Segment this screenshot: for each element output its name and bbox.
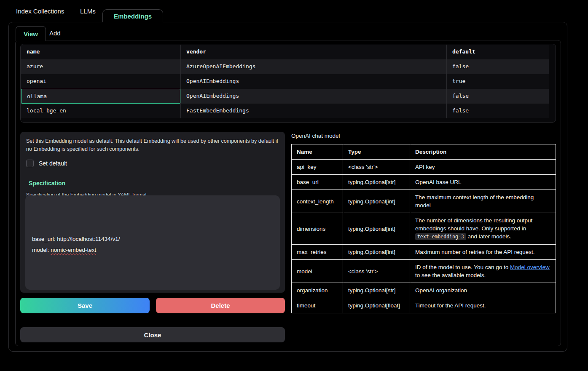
embeddings-table: namevendordefaultazureAzureOpenAIEmbeddi… (20, 44, 556, 123)
table-cell[interactable]: ollama (21, 89, 180, 104)
param-name-cell: base_url (292, 175, 343, 190)
table-cell[interactable]: OpenAIEmbeddings (180, 89, 446, 104)
param-type-cell: typing.Optional[float] (343, 298, 410, 313)
details-column-header: Type (343, 144, 410, 160)
set-default-checkbox-row[interactable]: Set default (26, 160, 285, 167)
resize-handle-icon[interactable] (274, 284, 278, 288)
details-header-row: NameTypeDescription (292, 144, 556, 160)
details-row: base_urltyping.Optional[str]OpenAI base … (292, 175, 556, 190)
param-type-cell: typing.Optional[str] (343, 175, 410, 190)
close-button[interactable]: Close (20, 327, 285, 342)
table-cell[interactable]: local-bge-en (21, 104, 180, 118)
details-row: dimensionstyping.Optional[int]The number… (292, 213, 556, 245)
param-name-cell: model (292, 260, 343, 283)
save-button[interactable]: Save (20, 298, 150, 313)
set-default-checkbox[interactable] (26, 160, 34, 167)
table-row[interactable]: openaiOpenAIEmbeddingstrue (21, 74, 549, 89)
column-header: default (446, 45, 549, 59)
param-type-cell: typing.Optional[str] (343, 283, 410, 298)
table-cell[interactable]: OpenAIEmbeddings (180, 74, 446, 89)
column-header: vendor (180, 45, 446, 59)
specification-heading: Specification (29, 180, 285, 187)
table-row[interactable]: local-bge-enFastEmbedEmbeddingsfalse (21, 104, 549, 118)
param-type-cell: <class 'str'> (343, 160, 410, 175)
misspelled-word: nomic-embed-text (51, 247, 96, 253)
param-name-cell: context_length (292, 190, 343, 213)
details-column-header: Name (292, 144, 343, 160)
table-cell[interactable]: FastEmbedEmbeddings (180, 104, 446, 118)
delete-button[interactable]: Delete (156, 298, 285, 313)
yaml-spec-textarea[interactable]: base_url: http://localhost:11434/v1/mode… (25, 195, 280, 290)
table-cell[interactable]: false (446, 59, 549, 74)
table-cell[interactable]: false (446, 104, 549, 118)
tab-embeddings[interactable]: Embeddings (102, 9, 163, 22)
model-details-title: OpenAI chat model (291, 133, 340, 139)
table-cell[interactable]: false (446, 89, 549, 104)
table-row[interactable]: ollamaOpenAIEmbeddingsfalse (21, 89, 549, 104)
param-type-cell: typing.Optional[int] (343, 245, 410, 260)
default-description: Set this Embedding model as default. Thi… (26, 137, 279, 154)
table-cell[interactable]: AzureOpenAIEmbeddings (180, 59, 446, 74)
param-description-cell: OpenAI organization (410, 283, 556, 298)
details-row: context_lengthtyping.Optional[int]The ma… (292, 190, 556, 213)
param-description-cell: Timeout for the API request. (410, 298, 556, 313)
table-row[interactable]: azureAzureOpenAIEmbeddingsfalse (21, 59, 549, 74)
table-cell[interactable]: true (446, 74, 549, 89)
table-cell[interactable]: openai (21, 74, 180, 89)
param-description-cell: ID of the model to use. You can go to Mo… (410, 260, 556, 283)
details-row: api_key<class 'str'>API key (292, 160, 556, 175)
details-row: organizationtyping.Optional[str]OpenAI o… (292, 283, 556, 298)
param-description-cell: API key (410, 160, 556, 175)
param-description-cell: The maximum context length of the embedd… (410, 190, 556, 213)
default-settings-panel: Set this Embedding model as default. Thi… (20, 132, 285, 293)
set-default-label: Set default (39, 160, 67, 167)
param-name-cell: timeout (292, 298, 343, 313)
column-header: name (21, 45, 180, 59)
param-description-cell: OpenAI base URL (410, 175, 556, 190)
details-column-header: Description (410, 144, 556, 160)
tab-add[interactable]: Add (49, 26, 61, 40)
app-window: Index Collections LLMs Embeddings View A… (0, 0, 588, 371)
code-chip: text-embedding-3 (415, 233, 466, 240)
tab-index-collections[interactable]: Index Collections (16, 0, 64, 22)
table-cell[interactable]: azure (21, 59, 180, 74)
param-name-cell: organization (292, 283, 343, 298)
tab-view[interactable]: View (16, 26, 46, 41)
details-row: max_retriestyping.Optional[int]Maximum n… (292, 245, 556, 260)
param-type-cell: typing.Optional[int] (343, 213, 410, 245)
model-overview-link[interactable]: Model overview (510, 264, 550, 270)
param-description-cell: The number of dimensions the resulting o… (410, 213, 556, 245)
param-description-cell: Maximum number of retries for the API re… (410, 245, 556, 260)
param-type-cell: <class 'str'> (343, 260, 410, 283)
embeddings-table-header-row: namevendordefault (21, 45, 549, 59)
yaml-line: base_url: http://localhost:11434/v1/ (32, 234, 273, 245)
yaml-line: model: nomic-embed-text (32, 245, 273, 256)
details-row: timeouttyping.Optional[float]Timeout for… (292, 298, 556, 313)
model-details-table: NameTypeDescription api_key<class 'str'>… (291, 144, 556, 313)
tab-llms[interactable]: LLMs (80, 0, 96, 22)
param-name-cell: max_retries (292, 245, 343, 260)
param-type-cell: typing.Optional[int] (343, 190, 410, 213)
details-row: model<class 'str'>ID of the model to use… (292, 260, 556, 283)
param-name-cell: api_key (292, 160, 343, 175)
param-name-cell: dimensions (292, 213, 343, 245)
